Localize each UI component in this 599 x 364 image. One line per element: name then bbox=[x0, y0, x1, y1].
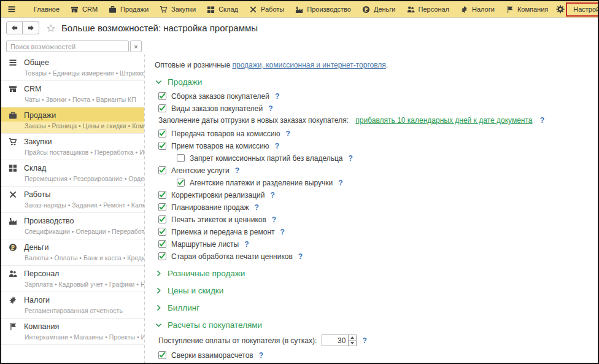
checkbox[interactable] bbox=[158, 191, 166, 199]
chevron-right-icon bbox=[155, 269, 163, 277]
sidebar-item-personnel[interactable]: Персонал Зарплата • Кадровый учет • Граф… bbox=[1, 266, 144, 292]
spinner-down-button[interactable] bbox=[349, 340, 356, 346]
checkbox-row: Маршрутные листы ? bbox=[158, 239, 592, 249]
checkbox-label: Сборка заказов покупателей bbox=[171, 92, 269, 101]
main-menu-button[interactable] bbox=[7, 5, 16, 14]
help-icon[interactable]: ? bbox=[235, 166, 239, 175]
works-tools-icon bbox=[249, 6, 257, 14]
menu-item-main[interactable]: Главное bbox=[28, 2, 65, 17]
help-icon[interactable]: ? bbox=[280, 228, 285, 236]
checkbox[interactable] bbox=[158, 92, 166, 100]
app-window: Главное CRM Продажи Закупки Склад Работы… bbox=[0, 0, 599, 364]
sidebar-item-common[interactable]: Общее Товары • Единицы измерения • Штрих… bbox=[1, 55, 144, 81]
checkbox[interactable] bbox=[158, 351, 166, 359]
checkbox-label: Маршрутные листы bbox=[171, 240, 239, 249]
checkbox[interactable] bbox=[177, 179, 185, 187]
shipping-date-link[interactable]: прибавлять 10 календарных дней к дате до… bbox=[355, 116, 532, 125]
search-clear-button[interactable]: × bbox=[130, 41, 142, 52]
nav-forward-button[interactable] bbox=[23, 21, 39, 34]
help-icon[interactable]: ? bbox=[540, 116, 544, 125]
checkbox[interactable] bbox=[158, 228, 166, 236]
menu-item-purchases[interactable]: Закупки bbox=[154, 2, 201, 17]
nav-back-button[interactable] bbox=[6, 21, 23, 34]
checkbox-unchecked[interactable] bbox=[177, 154, 185, 162]
checkbox[interactable] bbox=[158, 104, 166, 112]
sales-briefcase-icon bbox=[109, 6, 117, 14]
chevron-down-icon bbox=[155, 321, 163, 329]
help-icon[interactable]: ? bbox=[275, 92, 279, 101]
crm-storefront-icon bbox=[9, 85, 17, 93]
menu-item-crm[interactable]: CRM bbox=[65, 2, 103, 17]
sidebar-item-warehouse[interactable]: Склад Перемещения • Резервирование • Орд… bbox=[1, 160, 144, 187]
chevron-down-icon bbox=[155, 78, 163, 86]
sidebar-item-subtitle: Валюты • Оплаты • Банк и касса • Кредиты bbox=[1, 254, 144, 265]
menu-item-personnel[interactable]: Персонал bbox=[401, 2, 455, 17]
help-icon[interactable]: ? bbox=[285, 130, 290, 138]
check-icon bbox=[159, 93, 166, 99]
section-header-retail[interactable]: Розничные продажи bbox=[155, 269, 592, 278]
sidebar-item-company[interactable]: Компания Интеркампани • Магазины • Проек… bbox=[1, 319, 144, 345]
checkbox[interactable] bbox=[158, 252, 166, 260]
sidebar-item-sales[interactable]: Продажи Заказы • Розница • Цены и скидки… bbox=[1, 107, 144, 134]
section-header-settlements[interactable]: Расчеты с покупателями bbox=[155, 320, 592, 330]
menu-item-warehouse[interactable]: Склад bbox=[201, 2, 244, 17]
help-icon[interactable]: ? bbox=[338, 179, 342, 187]
personnel-people-icon bbox=[407, 6, 415, 14]
sidebar-item-works[interactable]: Работы Заказ-наряды • Задания • Ремонт •… bbox=[1, 187, 144, 213]
hamburger-icon bbox=[7, 5, 16, 14]
checkbox-row: Прием товаров на комиссию ? bbox=[158, 141, 592, 150]
help-icon[interactable]: ? bbox=[270, 191, 274, 199]
help-icon[interactable]: ? bbox=[268, 104, 272, 113]
help-icon[interactable]: ? bbox=[244, 240, 249, 249]
help-icon[interactable]: ? bbox=[348, 154, 352, 163]
sidebar-item-purchases[interactable]: Закупки Прайсы поставщиков • Переработка… bbox=[1, 134, 144, 160]
menu-item-label: Компания bbox=[517, 6, 548, 13]
search-input[interactable] bbox=[6, 41, 129, 52]
sidebar-item-subtitle: Интеркампани • Магазины • Проекты • Имущ… bbox=[1, 333, 144, 344]
chevron-right-icon bbox=[155, 304, 163, 312]
help-icon[interactable]: ? bbox=[298, 252, 303, 261]
help-icon[interactable]: ? bbox=[272, 215, 276, 224]
sidebar-item-title: Деньги bbox=[24, 243, 48, 252]
menu-item-settings[interactable]: Настройки bbox=[566, 2, 598, 17]
help-icon[interactable]: ? bbox=[255, 203, 259, 212]
sidebar-item-subtitle: Регламентированная отчетность bbox=[1, 306, 144, 318]
checkbox-row: Запрет комиссионных партий без владельца… bbox=[177, 153, 592, 163]
section-header-billing[interactable]: Биллинг bbox=[155, 303, 592, 312]
menu-item-sales[interactable]: Продажи bbox=[103, 2, 154, 17]
checkbox[interactable] bbox=[158, 142, 166, 150]
spinner-up-button[interactable] bbox=[349, 335, 356, 340]
menu-item-company[interactable]: Компания bbox=[500, 2, 554, 17]
sidebar-item-crm[interactable]: CRM Чаты • Звонки • Почта • Варианты КП bbox=[1, 81, 144, 107]
checkbox-label: Планирование продаж bbox=[171, 203, 249, 212]
purchases-cart-icon bbox=[9, 137, 17, 146]
intro-link[interactable]: продажи, комиссионная и интернет-торговл… bbox=[232, 61, 385, 69]
menu-item-money[interactable]: Деньги bbox=[357, 2, 401, 17]
help-icon[interactable]: ? bbox=[362, 336, 366, 345]
checkbox-row: Печать этикеток и ценников ? bbox=[158, 215, 592, 224]
menu-item-production[interactable]: Производство bbox=[290, 2, 357, 17]
checkbox-label: Сверки взаиморасчетов bbox=[171, 351, 253, 360]
checkbox[interactable] bbox=[158, 240, 166, 248]
shipping-date-row: Заполнение даты отгрузки в новых заказах… bbox=[158, 116, 592, 125]
checkbox[interactable] bbox=[158, 166, 166, 174]
sidebar-item-taxes[interactable]: Налоги Регламентированная отчетность bbox=[1, 292, 144, 319]
checkbox[interactable] bbox=[158, 215, 166, 223]
help-icon[interactable]: ? bbox=[275, 142, 279, 150]
sidebar-item-production[interactable]: Производство Спецификации • Операции • П… bbox=[1, 213, 144, 239]
section-header-prices[interactable]: Цены и скидки bbox=[155, 286, 592, 295]
menu-item-works[interactable]: Работы bbox=[244, 2, 290, 17]
checkbox[interactable] bbox=[158, 130, 166, 137]
payment-days-input[interactable] bbox=[322, 335, 348, 346]
sidebar-item-money[interactable]: Деньги Валюты • Оплаты • Банк и касса • … bbox=[1, 239, 144, 266]
help-icon[interactable]: ? bbox=[259, 351, 263, 360]
checkbox-row: Корректировки реализаций ? bbox=[158, 190, 592, 199]
checkbox[interactable] bbox=[158, 203, 166, 211]
settings-gear-button[interactable] bbox=[556, 5, 565, 14]
section-header-sales[interactable]: Продажи bbox=[155, 77, 592, 87]
page-header: Больше возможностей: настройка программы bbox=[1, 18, 598, 38]
sidebar-item-title: Персонал bbox=[24, 269, 59, 278]
sidebar-item-subtitle: Перемещения • Резервирование • Ордера • … bbox=[1, 174, 144, 186]
favorite-star-icon[interactable] bbox=[47, 24, 55, 33]
menu-item-taxes[interactable]: Налоги bbox=[455, 2, 500, 17]
